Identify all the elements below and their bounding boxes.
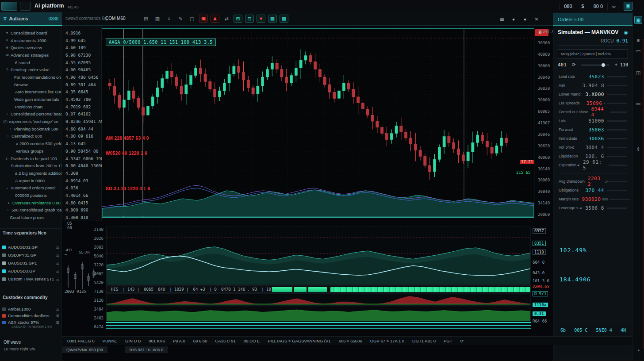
sidebar-item[interactable]: Wide gain instrumentals [0, 96, 61, 103]
field-collapse-icon[interactable]: ◄ [579, 206, 582, 210]
sidebar-item[interactable]: ⌄ Automated orders panel [0, 184, 61, 192]
volume-slider[interactable] [581, 65, 610, 65]
toolbar-icon[interactable]: ▣ [199, 15, 208, 23]
price-value[interactable]: 4.13 645 [62, 140, 101, 147]
price-value[interactable]: 4.00 09 616 [62, 133, 101, 140]
price-value[interactable]: 0.07 64102 [62, 111, 101, 118]
price-value[interactable]: 4.800 690 [62, 207, 101, 214]
toolbar-icon[interactable]: ▤ [142, 15, 150, 23]
toolbar-icon[interactable]: ♟ [211, 15, 219, 23]
sidebar-item[interactable]: For recommendations on 500 [0, 73, 61, 81]
green-histogram-panel[interactable] [106, 307, 531, 322]
toolbar-icon[interactable]: ▼ [257, 15, 265, 23]
order-field-row[interactable]: Avg drawdown 2203 2 J~ [558, 177, 628, 186]
main-chart[interactable]: AAGA 0/5000 1.650 11 151 100 413 3.5 AM … [102, 28, 534, 218]
sidebar-item[interactable]: a 2000 corridor 500 yields [0, 140, 61, 147]
sidebar-item[interactable]: Browse [0, 81, 61, 88]
order-field-row[interactable]: Expiration ◄ 29 61: 5 [558, 161, 628, 169]
red-histogram-panel[interactable] [106, 293, 531, 306]
window-control-button[interactable]: ● [520, 15, 530, 23]
price-value[interactable]: 4.99 645 [62, 37, 101, 44]
order-field-row[interactable]: Immediate 300X6 [558, 134, 628, 143]
increment-label[interactable]: + 110 [615, 62, 628, 67]
order-field-row[interactable]: Forced out close 8944 4 [558, 108, 628, 116]
list-icon[interactable]: ≣ [56, 307, 59, 311]
symbol-selector[interactable]: ∇ Autkams 0380 [0, 12, 62, 26]
list-icon[interactable]: ≣ [56, 320, 59, 325]
sidebar-item[interactable]: ◈ Quotes overview [0, 44, 61, 51]
dock-icon[interactable]: ◔ [634, 346, 642, 354]
toolbar-icon[interactable]: ▢ [188, 15, 196, 23]
toolbar-icon[interactable]: ▥ [153, 15, 162, 23]
window-control-button[interactable]: ▦ [497, 15, 507, 23]
timeframe-label[interactable]: COM M60 [105, 16, 126, 21]
order-field-row[interactable]: Obligations 370 44 [558, 186, 628, 195]
sidebar-item[interactable]: › Planning bookmark 500 [0, 125, 61, 133]
toolbar-icon[interactable]: ▦ [268, 15, 277, 23]
list-icon[interactable]: ≣ [56, 314, 59, 318]
price-value[interactable]: 0.89 301 464 [62, 81, 101, 88]
sidebar-item[interactable]: ≛ Pending: order value [0, 66, 61, 73]
price-value[interactable]: 0.90 50454 00 [62, 147, 101, 155]
order-field-row[interactable]: Margin rate 938020 000 [558, 195, 628, 204]
price-value[interactable]: 6.98 67230 [62, 51, 101, 59]
separator-item[interactable]: AUDUSD31.GP ≣ [0, 243, 61, 251]
sidebar-item[interactable]: ≔ Advanced strategies [0, 51, 61, 59]
sidebar-item[interactable]: 6 sound [0, 59, 61, 66]
quantity-value[interactable]: 401 [558, 62, 567, 68]
order-field-row[interactable]: Ask 3.904 8 [558, 81, 628, 90]
order-panel-tab[interactable]: Orders ≈ 00 [553, 13, 633, 26]
list-icon[interactable]: ≣ [56, 253, 59, 257]
order-field-row[interactable]: Leverage s ◄ 3506 8 [558, 204, 628, 212]
list-icon[interactable]: ≣ [56, 245, 59, 250]
order-field-row[interactable]: Limit rate 35023 [558, 72, 628, 81]
field-collapse-icon[interactable]: ◄ [576, 163, 580, 167]
order-search-field[interactable]: rang-job4* | quanot | tvcl-9% [558, 50, 628, 58]
price-value[interactable]: 0.00 4040 13600 [62, 162, 101, 169]
sidebar-item[interactable]: › 500 consolidated graph 'calls' 0 [0, 207, 61, 214]
dock-icon[interactable]: ▭ [634, 100, 642, 108]
price-value[interactable]: 4.300 010 [62, 214, 101, 221]
toolbar-icon[interactable]: ⊞ [234, 15, 242, 23]
price-value[interactable]: 4.308 [62, 169, 101, 177]
toolbar-icon[interactable]: ▩ [280, 15, 288, 23]
price-value[interactable]: 4.35 6645 [62, 88, 101, 96]
workspace-icon[interactable]: ▣ [624, 2, 632, 11]
info-icon[interactable]: ◉ [624, 30, 628, 35]
window-control-button[interactable]: ✕ [532, 15, 541, 23]
price-value[interactable]: 0.0236 45941 AM [62, 118, 101, 125]
dock-icon[interactable]: ≡ [634, 36, 642, 44]
sidebar-item[interactable]: Good future prices [0, 214, 61, 221]
slider-knob[interactable] [602, 63, 605, 67]
separator-item[interactable]: USDJPY31.GP ≣ [0, 251, 61, 259]
price-value[interactable]: 4.036 [62, 184, 101, 192]
price-value[interactable]: 4.55 67095 [62, 59, 101, 66]
order-field-row[interactable]: Forward 35003 [558, 125, 628, 134]
oscillator-panel[interactable] [106, 227, 531, 285]
sidebar-item[interactable]: Auto instruments list: 600 [0, 88, 61, 96]
toolbar-icon[interactable]: ⊡ [245, 15, 254, 23]
separator-item[interactable]: UAUSD31.GP1 ≣ [0, 259, 61, 267]
toolbar-icon[interactable]: ✎ [176, 15, 185, 23]
sidebar-item[interactable]: ▼ Consolidated board [0, 29, 61, 37]
separator-item[interactable]: AUDUSD3.GP ≣ [0, 267, 61, 275]
search-text[interactable]: cwsvd commands 6q [65, 16, 107, 21]
sidebar-item[interactable]: › Centralized: 600 [0, 133, 61, 140]
sidebar-item[interactable]: Substitutions from 200 to 110 [0, 162, 61, 169]
sidebar-item[interactable]: 000000 positions [0, 192, 61, 199]
refresh-icon[interactable]: ⟳ [572, 62, 576, 68]
list-icon[interactable]: ≣ [56, 269, 59, 273]
sidebar-item[interactable]: ≡ 4 instruments 1900 [0, 37, 61, 44]
dock-icon[interactable]: ▣ [634, 16, 642, 24]
order-field-row[interactable]: Vol 3m-d 3004 4 [558, 143, 628, 152]
dock-icon[interactable]: ▭ [634, 47, 642, 55]
toolbar-icon[interactable]: ⇄ [222, 15, 231, 23]
sidebar-item[interactable]: Positions chart [0, 103, 61, 111]
sidebar-item[interactable]: A report in 0000 [0, 177, 61, 184]
list-icon[interactable]: ≣ [56, 261, 59, 265]
toolbar-icon[interactable]: ⌗ [165, 15, 173, 23]
sidebar-item[interactable]: 7 Consolidated personal board [0, 111, 61, 118]
price-value[interactable]: 4.60 604 44 [62, 125, 101, 133]
dock-icon[interactable]: ◫ [634, 69, 642, 77]
price-value[interactable]: 4.5342 6066 1906 [62, 155, 101, 162]
